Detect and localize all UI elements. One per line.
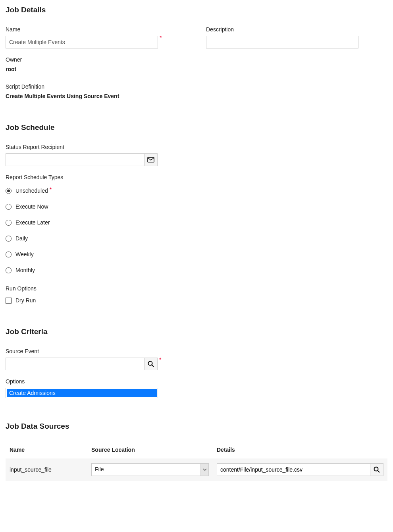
run-options-label: Run Options <box>6 285 387 292</box>
script-definition-value: Create Multiple Events Using Source Even… <box>6 93 387 99</box>
job-criteria-section: Job Criteria Source Event * Options <box>6 327 387 398</box>
radio-icon <box>6 236 12 242</box>
description-field: Description <box>206 26 365 48</box>
job-details-section: Job Details Name * Description Owner roo… <box>6 6 387 99</box>
table-row: input_source_file File <box>6 458 387 481</box>
radio-label: Unscheduled <box>15 188 48 194</box>
header-source: Source Location <box>91 447 217 453</box>
job-data-sources-title: Job Data Sources <box>6 422 387 431</box>
radio-label: Execute Now <box>15 203 48 210</box>
svg-line-2 <box>152 365 154 367</box>
name-input[interactable] <box>6 36 158 48</box>
schedule-radio-execute-now[interactable]: Execute Now <box>6 203 387 210</box>
source-event-field: Source Event * <box>6 348 387 370</box>
job-data-sources-section: Job Data Sources Name Source Location De… <box>6 422 387 481</box>
required-star: * <box>159 358 161 362</box>
source-event-label: Source Event <box>6 348 387 354</box>
job-criteria-title: Job Criteria <box>6 327 387 336</box>
dry-run-checkbox[interactable]: Dry Run <box>6 297 387 304</box>
row-name: input_source_file <box>6 466 91 473</box>
search-icon <box>147 360 154 368</box>
name-label: Name <box>6 26 166 33</box>
email-icon <box>147 157 154 163</box>
header-details: Details <box>217 447 387 453</box>
checkbox-icon <box>6 298 12 304</box>
owner-label: Owner <box>6 56 387 63</box>
schedule-radio-list: Unscheduled*Execute NowExecute LaterDail… <box>6 188 387 273</box>
schedule-radio-monthly[interactable]: Monthly <box>6 267 387 273</box>
status-report-field: Status Report Recipient <box>6 144 387 166</box>
status-report-label: Status Report Recipient <box>6 144 387 150</box>
schedule-radio-unscheduled[interactable]: Unscheduled* <box>6 188 387 194</box>
search-icon <box>373 466 380 473</box>
schedule-types-label: Report Schedule Types <box>6 174 387 180</box>
description-label: Description <box>206 26 365 33</box>
run-options-field: Run Options Dry Run <box>6 285 387 304</box>
option-create-admissions[interactable]: Create Admissions <box>7 389 157 397</box>
radio-icon <box>6 220 12 226</box>
schedule-radio-execute-later[interactable]: Execute Later <box>6 219 387 226</box>
required-star: * <box>160 36 162 40</box>
radio-icon <box>6 188 12 194</box>
radio-label: Monthly <box>15 267 35 273</box>
chevron-down-icon <box>200 464 208 476</box>
script-definition-field: Script Definition Create Multiple Events… <box>6 83 387 99</box>
radio-label: Daily <box>15 235 28 242</box>
name-field: Name * <box>6 26 166 48</box>
svg-point-1 <box>148 362 152 366</box>
radio-label: Weekly <box>15 251 34 257</box>
radio-icon <box>6 251 12 257</box>
svg-line-4 <box>378 471 380 473</box>
owner-value: root <box>6 66 387 72</box>
owner-field: Owner root <box>6 56 387 72</box>
options-listbox[interactable]: Create Admissions <box>6 388 158 398</box>
schedule-radio-weekly[interactable]: Weekly <box>6 251 387 257</box>
options-field: Options Create Admissions <box>6 378 387 398</box>
details-input[interactable] <box>217 463 370 476</box>
header-name: Name <box>6 447 91 453</box>
description-input[interactable] <box>206 36 358 48</box>
job-details-title: Job Details <box>6 6 387 14</box>
schedule-types-field: Report Schedule Types Unscheduled*Execut… <box>6 174 387 273</box>
script-definition-label: Script Definition <box>6 83 387 90</box>
source-event-input[interactable] <box>6 358 144 370</box>
email-picker-button[interactable] <box>144 153 158 166</box>
options-label: Options <box>6 378 387 385</box>
required-star: * <box>50 188 52 192</box>
data-sources-header: Name Source Location Details <box>6 443 387 458</box>
source-location-value: File <box>92 464 200 476</box>
radio-icon <box>6 204 12 210</box>
job-schedule-section: Job Schedule Status Report Recipient Rep… <box>6 123 387 304</box>
source-location-select[interactable]: File <box>91 463 209 476</box>
details-search-button[interactable] <box>370 463 383 476</box>
schedule-radio-daily[interactable]: Daily <box>6 235 387 242</box>
job-schedule-title: Job Schedule <box>6 123 387 132</box>
svg-rect-0 <box>148 157 154 162</box>
radio-label: Execute Later <box>15 219 50 226</box>
status-report-input[interactable] <box>6 153 144 166</box>
source-event-search-button[interactable] <box>144 358 158 370</box>
dry-run-label: Dry Run <box>15 297 36 304</box>
svg-point-3 <box>374 467 378 471</box>
radio-icon <box>6 267 12 273</box>
